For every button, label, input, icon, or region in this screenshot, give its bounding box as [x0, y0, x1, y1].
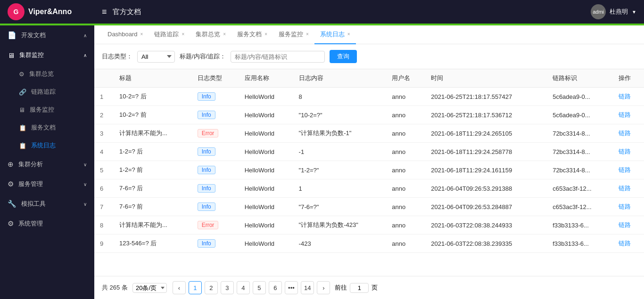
user-name: 杜燕明 — [610, 8, 628, 16]
sub-icon-service-docs: 📋 — [19, 124, 26, 131]
cell-trace: 72bc3314-8... — [547, 161, 613, 179]
cell-op[interactable]: 链路 — [613, 88, 644, 106]
cell-time: 2021-06-18T11:29:24.161159 — [425, 161, 547, 179]
cell-user: anno — [386, 161, 425, 179]
hamburger-button[interactable]: ≡ — [102, 7, 107, 17]
page-btn-5[interactable]: 5 — [253, 281, 266, 294]
logo-area: G Viper&Anno — [8, 3, 102, 20]
cell-op[interactable]: 链路 — [613, 179, 644, 198]
sidebar-item-system-log[interactable]: 📋 系统日志 — [0, 137, 94, 154]
tab-system-log-close[interactable]: × — [347, 32, 350, 37]
tab-dashboard-close[interactable]: × — [140, 32, 143, 37]
table-row: 8 计算结果不能为... Error HelloWorld "计算结果为负数-4… — [94, 216, 644, 234]
cell-log-type: Info — [192, 106, 239, 124]
search-input[interactable] — [235, 53, 314, 60]
cell-trace: f33b3133-6... — [547, 216, 613, 234]
page-btn-6[interactable]: 6 — [269, 281, 282, 294]
page-btn-14[interactable]: 14 — [301, 281, 314, 294]
op-link[interactable]: 链路 — [619, 93, 631, 100]
page-btn-1[interactable]: 1 — [189, 281, 202, 294]
cell-log-type: Info — [192, 198, 239, 216]
col-num — [94, 69, 114, 88]
sidebar-item-sys-manage[interactable]: ⚙ 系统管理 — [0, 214, 94, 234]
sidebar-label-cluster-overview: 集群总览 — [29, 70, 54, 78]
page-size-select[interactable]: 10条/页 20条/页 50条/页 — [132, 283, 167, 293]
cell-content: "1-2=?" — [293, 161, 387, 179]
tab-dashboard[interactable]: Dashboard × — [102, 25, 149, 44]
tab-service-monitor-label: 服务监控 — [279, 30, 303, 39]
cell-title: 7-6=? 后 — [114, 179, 192, 198]
op-link[interactable]: 链路 — [619, 166, 631, 173]
search-button[interactable]: 查询 — [330, 50, 357, 63]
cell-app: HelloWorld — [239, 143, 293, 161]
page-btn-4[interactable]: 4 — [237, 281, 250, 294]
tab-dashboard-label: Dashboard — [107, 31, 138, 38]
cell-content: -1 — [293, 143, 387, 161]
cell-op[interactable]: 链路 — [613, 124, 644, 143]
sidebar-item-trace[interactable]: 🔗 链路追踪 — [0, 83, 94, 101]
sidebar-item-service-docs[interactable]: 📋 服务文档 — [0, 119, 94, 137]
sidebar-label-dev-docs: 开发文档 — [21, 31, 46, 40]
sidebar-label-service-docs: 服务文档 — [31, 123, 56, 132]
sidebar-label-system-log: 系统日志 — [31, 141, 56, 150]
service-mgmt-icon: ⚙ — [8, 180, 14, 188]
sidebar-item-cluster-overview[interactable]: ⚙ 集群总览 — [0, 65, 94, 83]
cell-op[interactable]: 链路 — [613, 216, 644, 234]
log-type-select[interactable]: All Info Error Warn — [137, 51, 175, 63]
page-btn-ellipsis[interactable]: ••• — [285, 281, 298, 294]
cell-trace: f33b3133-6... — [547, 234, 613, 253]
cell-op[interactable]: 链路 — [613, 198, 644, 216]
op-link[interactable]: 链路 — [619, 240, 631, 247]
cell-app: HelloWorld — [239, 161, 293, 179]
page-btn-2[interactable]: 2 — [205, 281, 218, 294]
table-row: 2 10-2=? 前 Info HelloWorld "10-2=?" anno… — [94, 106, 644, 124]
tab-cluster-overview-close[interactable]: × — [223, 32, 226, 37]
sidebar-label-service-monitor: 服务监控 — [30, 105, 54, 114]
sidebar-item-simulate-tools[interactable]: 🔧 模拟工具 ∨ — [0, 194, 94, 214]
chevron-icon-simulate-tools: ∨ — [83, 202, 87, 207]
tab-service-monitor[interactable]: 服务监控 × — [273, 25, 314, 44]
cell-log-type: Info — [192, 179, 239, 198]
next-page-button[interactable]: › — [317, 281, 330, 294]
prev-page-button[interactable]: ‹ — [173, 281, 186, 294]
cell-op[interactable]: 链路 — [613, 143, 644, 161]
sidebar-item-service-monitor[interactable]: 🖥 服务监控 — [0, 101, 94, 119]
user-menu-chevron[interactable]: ▼ — [632, 9, 636, 15]
sidebar-item-cluster-monitor[interactable]: 🖥 集群监控 ∧ — [0, 45, 94, 65]
sidebar-item-service-mgmt[interactable]: ⚙ 服务管理 ∨ — [0, 174, 94, 194]
cell-user: anno — [386, 198, 425, 216]
cell-op[interactable]: 链路 — [613, 106, 644, 124]
tab-trace[interactable]: 链路追踪 × — [149, 25, 190, 44]
col-log-content: 日志内容 — [293, 69, 387, 88]
sub-icon-system-log: 📋 — [19, 142, 26, 149]
sidebar-item-dev-docs[interactable]: 📄 开发文档 ∧ — [0, 25, 94, 45]
tab-service-docs[interactable]: 服务文档 × — [231, 25, 273, 44]
tab-cluster-overview[interactable]: 集群总览 × — [190, 25, 231, 44]
op-link[interactable]: 链路 — [619, 129, 631, 137]
op-link[interactable]: 链路 — [619, 185, 631, 192]
goto-input[interactable] — [350, 283, 369, 293]
op-link[interactable]: 链路 — [619, 221, 631, 228]
sidebar: 📄 开发文档 ∧ 🖥 集群监控 ∧ ⚙ 集群总览 🔗 链路追踪 🖥 服务监控 📋… — [0, 25, 94, 299]
sub-icon-service-monitor: 🖥 — [19, 106, 25, 113]
cell-trace: c653ac3f-12... — [547, 179, 613, 198]
cell-op[interactable]: 链路 — [613, 234, 644, 253]
cell-user: anno — [386, 124, 425, 143]
op-link[interactable]: 链路 — [619, 148, 631, 155]
cell-content: "10-2=?" — [293, 106, 387, 124]
op-link[interactable]: 链路 — [619, 203, 631, 210]
table-row: 7 7-6=? 前 Info HelloWorld "7-6=?" anno 2… — [94, 198, 644, 216]
cell-op[interactable]: 链路 — [613, 161, 644, 179]
page-total: 共 265 条 — [102, 283, 128, 292]
op-link[interactable]: 链路 — [619, 111, 631, 118]
tab-system-log[interactable]: 系统日志 × — [314, 25, 356, 44]
cell-log-type: Info — [192, 234, 239, 253]
page-btn-3[interactable]: 3 — [221, 281, 234, 294]
tab-trace-close[interactable]: × — [182, 32, 184, 37]
cell-content: -423 — [293, 234, 387, 253]
sidebar-label-service-mgmt: 服务管理 — [18, 180, 43, 188]
tab-service-monitor-close[interactable]: × — [306, 32, 309, 37]
sidebar-label-sys-manage: 系统管理 — [18, 219, 43, 228]
tab-service-docs-close[interactable]: × — [264, 32, 267, 37]
sidebar-item-cluster-analysis[interactable]: ⊕ 集群分析 ∨ — [0, 154, 94, 174]
